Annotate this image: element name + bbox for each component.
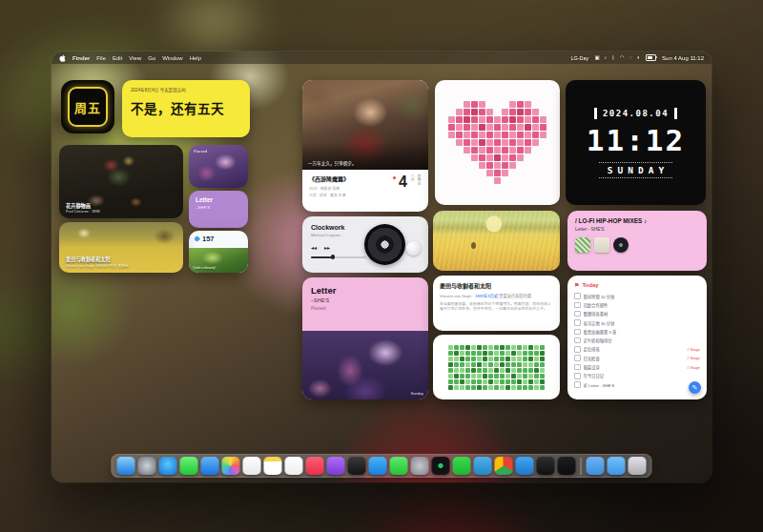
- checkbox-icon[interactable]: [574, 338, 581, 344]
- todo-item[interactable]: 走位排练# Stage: [574, 345, 700, 354]
- dock-icon-mail[interactable]: [201, 457, 219, 475]
- lofi-playlist-widget[interactable]: / LO-FI HIP-HOP MIXES ♪ Letter - SHE'S: [567, 211, 707, 271]
- checkbox-icon[interactable]: [574, 346, 581, 353]
- dock-icon-downloads-folder[interactable]: [587, 457, 605, 475]
- todo-widget[interactable]: ⚑ Today 晨间冥想 10 分钟回复合作邮件整理排练素材练习吉他 30 分钟…: [567, 276, 707, 399]
- dock-icon-trash[interactable]: [629, 457, 647, 475]
- wifi-icon[interactable]: ◠: [620, 55, 625, 61]
- menu-item-file[interactable]: File: [96, 55, 106, 61]
- wheatfield-art-widget[interactable]: 麦田与收割者和太阳 Vincent van Gogh·1889年9月初 圣雷米: [59, 222, 183, 273]
- clockwork-music-widget[interactable]: Clockwork Michael Legrain ◂◂ ▸▸: [302, 216, 428, 273]
- todo-item[interactable]: 买牛奶和咖啡豆: [574, 336, 700, 344]
- dock-icon-messages[interactable]: [180, 457, 198, 475]
- menu-bar-clock[interactable]: Sun 4 Aug 11:12: [662, 55, 704, 61]
- dock-icon-photos[interactable]: [222, 457, 240, 475]
- menu-item-go[interactable]: Go: [148, 55, 155, 61]
- dock-icon-terminal[interactable]: [537, 457, 555, 475]
- album-thumb-paper[interactable]: [594, 237, 609, 253]
- progress-knob[interactable]: [331, 255, 336, 259]
- checkbox-icon[interactable]: [574, 381, 581, 388]
- contribution-cell: [465, 385, 470, 390]
- status-app-text[interactable]: LG-Day: [570, 55, 588, 61]
- todo-item[interactable]: 写今日日记: [574, 372, 700, 380]
- vangogh-painting-widget[interactable]: [433, 211, 560, 271]
- checkbox-icon[interactable]: [574, 319, 581, 326]
- heart-pixel: [464, 132, 470, 138]
- next-track-button[interactable]: ▸▸: [324, 244, 330, 251]
- dock-divider: [581, 458, 582, 475]
- dock-icon-settings[interactable]: [411, 457, 429, 475]
- todo-item[interactable]: 服装试穿# Stage: [574, 362, 700, 371]
- todo-item[interactable]: 晨间冥想 10 分钟: [574, 292, 700, 300]
- pixel-clock-widget[interactable]: 2024.08.04 11:12 SUNDAY: [566, 80, 706, 205]
- dock-icon-podcasts[interactable]: [327, 457, 345, 475]
- cezanne-art-widget[interactable]: 花卉静物画 Paul Cézanne · 1888: [59, 145, 183, 218]
- dock-icon-reminders[interactable]: [285, 457, 303, 475]
- byline-date-link[interactable]: 1889年9月初: [475, 294, 498, 298]
- contribution-cell: [454, 379, 459, 384]
- heart-pixel: [525, 170, 531, 176]
- now-playing-icon[interactable]: ♪: [605, 55, 608, 61]
- dock-icon-chrome[interactable]: [495, 457, 513, 475]
- todo-item[interactable]: 看梵高画册第 3 章: [574, 327, 700, 336]
- new-task-button[interactable]: ✎: [689, 381, 701, 394]
- todo-item[interactable]: 练习吉他 30 分钟: [574, 318, 700, 327]
- screen-mirroring-icon[interactable]: ▣: [594, 55, 599, 61]
- dock-icon-telegram[interactable]: [474, 457, 492, 475]
- menu-item-finder[interactable]: Finder: [72, 55, 90, 61]
- apple-menu-icon[interactable]: [59, 54, 66, 62]
- contribution-cell: [511, 368, 516, 373]
- dock-icon-vscode[interactable]: [516, 457, 534, 475]
- mini-player-track-widget[interactable]: Letter –SHE'S: [189, 191, 248, 228]
- pixel-heart-widget[interactable]: [435, 80, 560, 205]
- checkbox-icon[interactable]: [574, 293, 581, 299]
- friday-countdown-app-icon[interactable]: 周五: [61, 80, 114, 133]
- search-icon[interactable]: ◌: [629, 55, 631, 61]
- dock-icon-documents-folder[interactable]: [608, 457, 626, 475]
- friday-countdown-widget[interactable]: 2024年8月4日 今天是周五吗 不是，还有五天: [122, 80, 250, 137]
- reaper-figure: [471, 242, 476, 249]
- progress-bar[interactable]: [311, 256, 366, 258]
- control-center-icon[interactable]: ◐: [637, 55, 640, 61]
- checkbox-icon[interactable]: [574, 373, 581, 379]
- menu-item-edit[interactable]: Edit: [113, 55, 122, 61]
- dock-icon-app-store[interactable]: [369, 457, 387, 475]
- todo-item[interactable]: 灯光检查# Stage: [574, 354, 700, 362]
- dock-icon-wechat[interactable]: [453, 457, 471, 475]
- movie-calendar-widget[interactable]: 一万年太久，只争朝夕。 《西游降魔篇》 2013 · 周星驰 导演 文章 · 舒…: [302, 80, 428, 212]
- dock-icon-finder[interactable]: [117, 457, 135, 475]
- menu-item-view[interactable]: View: [129, 55, 141, 61]
- todo-item[interactable]: 整理排练素材: [574, 310, 700, 318]
- dock-icon-facetime[interactable]: [390, 457, 408, 475]
- album-thumb-vinyl[interactable]: [613, 237, 629, 253]
- menu-item-help[interactable]: Help: [190, 55, 201, 61]
- dock-icon-music[interactable]: [306, 457, 324, 475]
- contribution-cell: [494, 379, 499, 384]
- dock-icon-notes[interactable]: [264, 457, 282, 475]
- album-thumb-plants[interactable]: [575, 237, 590, 253]
- dock-icon-safari[interactable]: [159, 457, 177, 475]
- track-title: Letter: [311, 285, 420, 296]
- checkbox-icon[interactable]: [574, 302, 581, 309]
- dock-icon-calendar[interactable]: [243, 457, 261, 475]
- previous-track-button[interactable]: ◂◂: [311, 244, 317, 251]
- bluetooth-icon[interactable]: ᛒ: [611, 55, 614, 61]
- contribution-graph-widget[interactable]: [433, 335, 560, 399]
- todo-item[interactable]: 听 Letter - SHE'S: [574, 380, 700, 389]
- battery-icon[interactable]: [646, 54, 656, 61]
- todo-item[interactable]: 回复合作邮件: [574, 300, 700, 309]
- dock-icon-spotify[interactable]: [432, 457, 450, 475]
- letter-music-widget[interactable]: Letter –SHE'S Paused Sunday: [302, 277, 428, 399]
- menu-item-window[interactable]: Window: [162, 55, 182, 61]
- mini-player-artwork-widget[interactable]: Paused: [189, 145, 248, 188]
- dock-icon-figma[interactable]: [558, 457, 576, 475]
- contribution-cell: [523, 374, 527, 379]
- water-tracker-widget[interactable]: 157 Quite a beauty!: [189, 231, 248, 273]
- checkbox-icon[interactable]: [574, 311, 581, 317]
- dock-icon-tv[interactable]: [348, 457, 366, 475]
- checkbox-icon[interactable]: [574, 355, 581, 361]
- checkbox-icon[interactable]: [574, 364, 581, 371]
- vangogh-description-widget[interactable]: 麦田与收割者和太阳 Vincent van Gogh · 1889年9月初 圣雷…: [433, 276, 560, 331]
- dock-icon-launchpad[interactable]: [138, 457, 156, 475]
- checkbox-icon[interactable]: [574, 329, 581, 336]
